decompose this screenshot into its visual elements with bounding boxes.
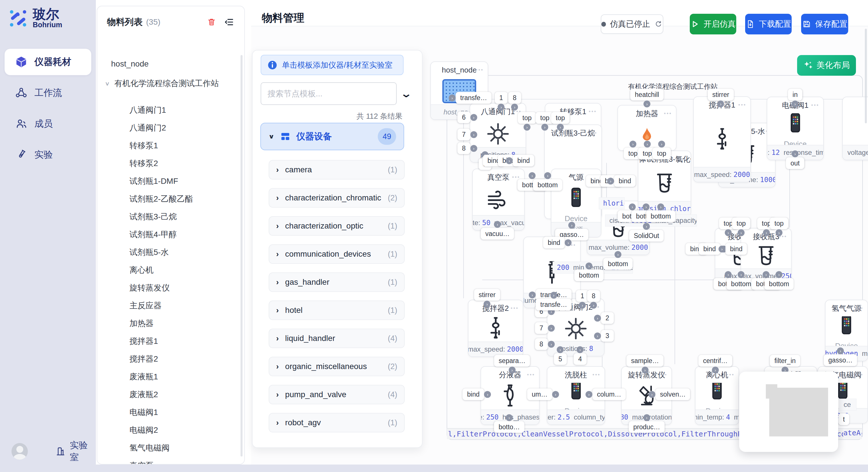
template-item-hotel[interactable]: ›hotel(1) [269,301,405,320]
port-dot-icon: › [508,367,516,374]
sidebar-item-label: 实验 [34,148,53,161]
trash-icon[interactable] [206,17,217,27]
node-离心机[interactable]: 离心机•••Devicep: 40 min_temp: 4 max_spe [695,366,739,425]
template-search-input[interactable] [260,82,397,105]
port-label-8: 8› [587,290,600,302]
sidebar-item-members[interactable]: 成员 [5,111,91,137]
node-menu-icon[interactable]: ••• [679,156,687,162]
template-item-communication_devices[interactable]: ›communication_devices(1) [269,244,405,264]
tree-item[interactable]: 搅拌器1 [129,336,158,347]
minimap[interactable] [739,372,838,452]
tree-item[interactable]: 氢气电磁阀 [129,442,169,453]
tree-item[interactable]: 试剂瓶4-甲醇 [129,229,177,240]
lab-entry[interactable]: 实验室 [55,439,96,463]
node-menu-icon[interactable]: ••• [527,372,535,378]
tree-item[interactable]: 离心机 [129,265,154,276]
tree-item[interactable]: 加热器 [129,318,154,329]
node-menu-icon[interactable]: ••• [726,372,735,378]
tree-item[interactable]: 真空泵 [129,460,154,465]
refresh-icon[interactable] [654,20,663,29]
tree-item[interactable]: 试剂瓶3-己烷 [129,211,177,222]
template-item-characterization_optic[interactable]: ›characterization_optic(1) [269,216,405,236]
footer-text: column_type: [570,413,604,421]
template-item-characterization_chromatic[interactable]: ›characterization_chromatic(2) [269,188,405,208]
tree-item[interactable]: 试剂瓶1-DMF [129,176,178,187]
node-menu-icon[interactable]: ••• [738,102,746,108]
footer-text: 2000 [631,243,648,251]
category-instruments[interactable]: ∨仪器设备49 [260,123,404,150]
node-搅拌器1[interactable]: 搅拌器1•••max_speed: 2000 [693,96,751,182]
sidebar-item-workflow[interactable]: 工作流 [5,80,91,106]
download-config-button[interactable]: 下载配置 [745,14,792,34]
brand-logo[interactable]: 玻尔 Bohrium [9,7,62,29]
node-unnamed[interactable]: •••voltage: 12 [842,97,868,160]
tree-item[interactable]: 电磁阀1 [129,407,158,418]
footer-text: max_spe [730,413,739,421]
tree-item[interactable]: 转移泵1 [129,140,158,151]
tree-item[interactable]: 八通阀门2 [129,123,166,133]
beautify-layout-button[interactable]: 美化布局 [797,55,856,76]
tree-group-row[interactable]: ∨有机化学流程综合测试工作站 [105,78,219,89]
node-body: Device [695,383,739,409]
sidebar-item-instruments[interactable]: 仪器耗材 [5,49,91,75]
node-menu-icon[interactable]: ••• [476,67,484,73]
node-menu-icon[interactable]: ••• [592,372,600,378]
simulation-status-badge[interactable]: 仿真已停止 [601,14,663,34]
tree-item[interactable]: 八通阀门1 [129,105,166,115]
category-count-badge: 49 [378,128,396,145]
node-body [741,245,791,268]
tree-item[interactable]: 试剂瓶5-水 [129,247,169,258]
tree-item[interactable]: 主反应器 [129,300,162,311]
port-dot-icon: › [590,302,597,309]
bohrium-logo-icon [9,9,28,28]
node-menu-icon[interactable]: ••• [856,372,863,378]
tree-item[interactable]: 废液瓶2 [129,389,158,400]
template-item-organic_miscellaneous[interactable]: ›organic_miscellaneous(2) [269,357,405,376]
footer-text: response_time: [780,148,823,157]
template-panel: 单击模板添加仪器/耗材至实验室⌄共 112 条结果∨仪器设备49›camera(… [252,50,423,448]
tree-item[interactable]: 废液瓶1 [129,371,158,382]
port-label-solven: solven…› [655,389,690,400]
node-footer: max_speed: 2000 [468,341,523,357]
category-grid-icon [280,131,290,142]
sidebar: 玻尔 Bohrium 仪器耗材 工作流 成员 实验 实验室 [0,0,96,465]
node-搅拌器2[interactable]: 搅拌器2•••max_speed: 2000 [468,300,523,357]
port-label-top: top› [652,148,671,160]
collapse-panel-icon[interactable] [224,17,235,27]
template-item-liquid_handler[interactable]: ›liquid_handler(4) [269,329,405,348]
start-simulation-button[interactable]: 开启仿真 [690,14,736,34]
chevron-right-icon: › [276,418,279,427]
node-八通阀门1[interactable]: 八通阀门1•••positions: 8 [470,103,526,163]
chevron-down-icon[interactable]: ∨ [105,80,110,87]
port-label-bind: bind› [614,175,636,187]
chevron-right-icon: › [276,193,279,202]
node-氢气气源[interactable]: 氢气气源•••Device_type: hydrogen max_pre [825,300,868,361]
canvas-scrollbar[interactable] [865,29,867,123]
node-menu-icon[interactable]: ••• [856,305,863,311]
node-menu-icon[interactable]: ••• [589,130,597,136]
tree-item[interactable]: 试剂瓶2-乙酸乙酯 [129,194,193,204]
materials-scrollbar[interactable] [241,55,243,457]
chevron-down-icon[interactable]: ⌄ [400,88,412,100]
tree-item[interactable]: 电磁阀2 [129,425,158,436]
port-dot-icon: › [776,229,782,236]
node-menu-icon[interactable]: ••• [659,372,668,378]
node-menu-icon[interactable]: ••• [510,305,519,311]
template-item-pump_and_valve[interactable]: ›pump_and_valve(4) [269,385,405,404]
template-item-camera[interactable]: ›camera(1) [269,160,405,179]
tree-root-host-node[interactable]: host_node [111,59,149,69]
sidebar-item-experiments[interactable]: 实验 [5,142,91,168]
template-item-robot_agv[interactable]: ›robot_agv(1) [269,413,405,432]
port-label-bottom: bottom› [603,258,632,270]
tree-item[interactable]: 转移泵2 [129,158,158,169]
tree-item[interactable]: 搅拌器2 [129,353,158,365]
template-item-gas_handler[interactable]: ›gas_handler(1) [269,272,405,292]
node-menu-icon[interactable]: ••• [664,111,672,117]
tree-item[interactable]: 旋转蒸发仪 [129,282,169,293]
port-label-gasso: gasso…› [824,355,857,366]
node-menu-icon[interactable]: ••• [811,102,819,108]
avatar[interactable] [11,443,28,460]
workflow-icon [15,87,28,99]
node-menu-icon[interactable]: ••• [589,109,597,115]
save-config-button[interactable]: 保存配置 [801,14,848,34]
